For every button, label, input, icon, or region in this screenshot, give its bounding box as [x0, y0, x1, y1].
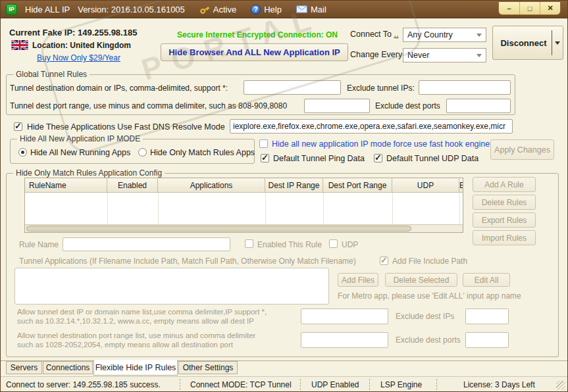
- status-divider: [300, 379, 301, 390]
- add-file-include-path-label: Add File Include Path: [392, 257, 467, 266]
- tab-servers[interactable]: Servers: [6, 361, 42, 374]
- mail-icon: [296, 5, 307, 13]
- add-a-rule-button[interactable]: Add A Rule: [473, 177, 536, 192]
- hide-new-app-mode-group: Hide All New Application IP MODE Hide Al…: [10, 139, 255, 164]
- rule-exclude-dest-ips-input[interactable]: [465, 308, 509, 324]
- column-divider: [265, 193, 266, 224]
- delete-rules-button[interactable]: Delete Rules: [473, 195, 536, 210]
- rule-name-input[interactable]: [63, 237, 230, 251]
- tunnel-udp-checkbox[interactable]: ✓: [374, 154, 382, 162]
- check-icon: ✓: [261, 155, 269, 160]
- tab-other-settings[interactable]: Other Settings: [178, 361, 238, 374]
- col-dest-ip-range[interactable]: Dest IP Range: [265, 178, 323, 192]
- col-dest-port-range[interactable]: Dest Port Range: [323, 178, 392, 192]
- app-title: Hide ALL IP: [25, 5, 70, 14]
- connect-to-select[interactable]: Any Country: [403, 28, 486, 42]
- chevron-down-icon: [477, 54, 482, 57]
- minimize-button[interactable]: –: [499, 2, 519, 14]
- rule-exclude-dest-ips-label: Exclude dest IPs: [396, 312, 454, 321]
- radio-hide-all-new-apps[interactable]: [18, 148, 27, 157]
- buy-now-link[interactable]: Buy Now Only $29/Year: [37, 53, 120, 62]
- fast-dns-checkbox[interactable]: ✓: [14, 122, 22, 131]
- delete-selected-button[interactable]: Delete Selected: [385, 273, 457, 287]
- export-rules-button[interactable]: Export Rules: [473, 212, 536, 228]
- import-rules-button[interactable]: Import Rules: [473, 230, 536, 245]
- uk-flag-icon: [11, 40, 28, 50]
- edit-all-button[interactable]: Edit All: [463, 273, 510, 287]
- allow-dest-port-line1: Allow tunnel destination port range list…: [17, 331, 255, 339]
- rules-table-body: [25, 193, 463, 224]
- disconnect-button[interactable]: Disconnect: [492, 26, 563, 60]
- menu-active-label: Active: [213, 5, 236, 14]
- rule-exclude-dest-ports-input[interactable]: [465, 332, 509, 348]
- exclude-dest-ports-input[interactable]: [446, 99, 511, 113]
- app-icon: IP: [6, 4, 17, 15]
- help-icon: ?: [251, 5, 261, 14]
- column-divider: [392, 193, 393, 224]
- enabled-this-rule-checkbox[interactable]: [245, 239, 253, 248]
- horizontal-scrollbar[interactable]: [25, 224, 463, 232]
- global-tunnel-rules-title: Global Tunnel Rules: [13, 70, 90, 79]
- match-rules-config-group: Hide Only Match Rules Application Config…: [6, 173, 559, 357]
- allow-dest-ip-line2: such as 10.32.14.*,10.32.1.2, www.a.cc, …: [17, 317, 254, 325]
- col-clipped[interactable]: E: [459, 178, 463, 192]
- hide-browser-button[interactable]: Hide Browser And ALL New Application IP: [161, 43, 348, 61]
- col-enabled[interactable]: Enabled: [107, 178, 158, 192]
- add-files-button[interactable]: Add Files: [338, 273, 378, 287]
- status-license: License: 3 Days Left: [463, 380, 535, 389]
- status-divider: [436, 379, 437, 390]
- tunnel-port-input[interactable]: [304, 99, 370, 113]
- chevron-down-icon[interactable]: [555, 41, 560, 45]
- allow-dest-ip-line1: Allow tunnel dest IP or domain name list…: [17, 308, 267, 316]
- maximize-button[interactable]: □: [519, 2, 540, 14]
- change-every-value: Never: [407, 51, 429, 60]
- fast-dns-apps-input[interactable]: iexplore.exe,firefox.exe,chrome.exe,oper…: [230, 119, 513, 134]
- check-icon: ✓: [14, 123, 22, 129]
- add-file-include-path-checkbox[interactable]: ✓: [380, 257, 388, 265]
- status-udp: UDP Enabled: [311, 380, 359, 389]
- exclude-tunnel-ips-input[interactable]: [419, 80, 511, 95]
- menu-mail-label: Mail: [311, 5, 326, 14]
- close-button[interactable]: ✕: [540, 2, 560, 14]
- window-controls: – □ ✕: [498, 2, 561, 15]
- tunnel-ping-label: Default Tunnel Ping Data: [273, 154, 365, 163]
- current-fake-ip: Current Fake IP: 149.255.98.185: [9, 28, 137, 37]
- allow-dest-port-input[interactable]: [301, 332, 388, 348]
- fast-hook-checkbox[interactable]: [259, 139, 268, 148]
- radio-hide-only-match-rules-label: Hide Only Match Rules Apps: [150, 148, 255, 157]
- rules-table[interactable]: RuleName Enabled Applications Dest IP Ra…: [24, 178, 463, 233]
- hide-new-app-mode-title: Hide All New Application IP MODE: [17, 134, 143, 143]
- tunnel-port-label: Tunnel dest port range, use minus and co…: [10, 101, 287, 110]
- status-lsp: LSP Engine: [380, 380, 422, 389]
- allow-dest-ip-input[interactable]: [301, 308, 388, 324]
- scrollbar-thumb[interactable]: [26, 226, 411, 232]
- col-rulename[interactable]: RuleName: [25, 178, 107, 192]
- change-every-select[interactable]: Never: [403, 48, 486, 62]
- tunnel-ping-checkbox[interactable]: ✓: [261, 154, 269, 162]
- version-label: Version: 2016.10.05.161005: [78, 5, 185, 14]
- apply-changes-button[interactable]: Apply Changes: [490, 139, 554, 160]
- disconnect-label: Disconnect: [496, 38, 552, 48]
- column-divider: [158, 193, 159, 224]
- col-applications[interactable]: Applications: [158, 178, 265, 192]
- menu-help-label: Help: [264, 5, 282, 14]
- status-divider: [369, 379, 370, 390]
- connect-to-more-link[interactable]: ..: [394, 30, 399, 39]
- column-divider: [459, 193, 460, 224]
- status-connect-server: Connect to server: 149.255.98.185 succes…: [6, 380, 161, 389]
- tunnel-dest-input[interactable]: [244, 80, 341, 95]
- tab-connections[interactable]: Connections: [43, 361, 93, 374]
- resize-grip[interactable]: [556, 381, 565, 390]
- rule-udp-checkbox[interactable]: [329, 239, 338, 248]
- secure-connection-status: Secure Internet Encrypted Connection: ON: [177, 30, 338, 39]
- radio-hide-only-match-rules[interactable]: [138, 148, 147, 157]
- tunnel-apps-listbox[interactable]: [14, 268, 329, 305]
- change-every-label: Change Every: [350, 50, 402, 59]
- chevron-down-icon: [477, 34, 482, 37]
- tab-flexible-hide-ip-rules[interactable]: Flexible Hide IP Rules: [93, 360, 178, 376]
- menu-active[interactable]: Active: [199, 5, 236, 14]
- menu-help[interactable]: ? Help: [251, 5, 282, 14]
- menu-mail[interactable]: Mail: [296, 5, 326, 14]
- col-udp[interactable]: UDP: [392, 178, 459, 192]
- tunnel-apps-label: Tunnel Applications (If Filename Include…: [19, 257, 356, 266]
